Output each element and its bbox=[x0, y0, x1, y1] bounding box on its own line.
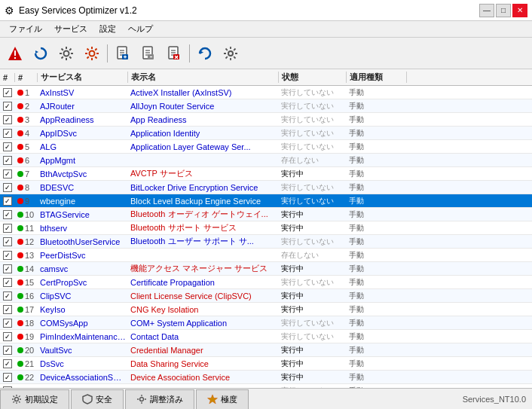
doc3-button[interactable] bbox=[162, 41, 186, 66]
table-row[interactable]: 1 AxInstSV ActiveX Installer (AxInstSV) … bbox=[0, 86, 532, 99]
title-bar-controls: — □ ✕ bbox=[479, 4, 527, 17]
settings-button[interactable] bbox=[54, 41, 78, 66]
status-text: 実行していない bbox=[279, 331, 347, 342]
service-name: PeerDistSvc bbox=[38, 251, 128, 260]
row-number: 7 bbox=[15, 169, 38, 179]
minimize-button[interactable]: — bbox=[479, 4, 494, 17]
type-text: 手動 bbox=[347, 182, 407, 193]
table-row[interactable]: 8 BDESVC BitLocker Drive Encryption Serv… bbox=[0, 181, 532, 194]
table-body[interactable]: 1 AxInstSV ActiveX Installer (AxInstSV) … bbox=[0, 86, 532, 388]
table-row[interactable]: 20 VaultSvc Credential Manager 実行中 手動 bbox=[0, 343, 532, 357]
display-name: BitLocker Drive Encryption Service bbox=[128, 183, 279, 192]
tab-safe[interactable]: 安全 bbox=[71, 389, 124, 409]
checkbox[interactable] bbox=[3, 386, 12, 389]
tab-extreme[interactable]: 極度 bbox=[196, 389, 249, 409]
table-row[interactable]: 21 DsSvc Data Sharing Service 実行中 手動 bbox=[0, 357, 532, 371]
checkbox[interactable] bbox=[3, 156, 12, 165]
checkbox[interactable] bbox=[3, 142, 12, 151]
stop-button[interactable] bbox=[3, 41, 27, 66]
checkbox[interactable] bbox=[3, 251, 12, 260]
display-name: Client License Service (ClipSVC) bbox=[128, 291, 279, 301]
table-row[interactable]: 9 wbengine Block Level Backup Engine Ser… bbox=[0, 194, 532, 208]
doc1-button[interactable] bbox=[111, 41, 135, 66]
table-row[interactable]: 15 CertPropSvc Certificate Propagation 実… bbox=[0, 276, 532, 289]
svg-point-28 bbox=[228, 51, 233, 56]
checkbox[interactable] bbox=[3, 319, 12, 328]
table-row[interactable]: 14 camsvc 機能アクセス マネージャー サービス 実行中 手動 bbox=[0, 262, 532, 276]
display-name: Application Layer Gateway Ser... bbox=[128, 142, 279, 151]
table-row[interactable]: 11 bthserv Bluetooth サポート サービス 実行中 手動 bbox=[0, 221, 532, 235]
status-text: 実行していない bbox=[279, 114, 347, 125]
service-name: VaultSvc bbox=[38, 346, 128, 355]
menu-settings[interactable]: 設定 bbox=[93, 22, 122, 36]
checkbox[interactable] bbox=[3, 88, 12, 97]
refresh2-button[interactable] bbox=[193, 41, 217, 66]
display-name: Block Level Backup Engine Service bbox=[128, 197, 279, 206]
checkbox[interactable] bbox=[3, 332, 12, 341]
checkbox[interactable] bbox=[3, 278, 12, 287]
checkbox[interactable] bbox=[3, 346, 12, 355]
checkbox[interactable] bbox=[3, 237, 12, 246]
refresh2-icon bbox=[197, 45, 213, 62]
main-area: # # サービス名 表示名 状態 適用種類 1 AxInstSV ActiveX… bbox=[0, 69, 532, 388]
status-text: 実行中 bbox=[279, 291, 347, 301]
display-name: AVCTP サービス bbox=[128, 168, 279, 179]
checkbox[interactable] bbox=[3, 183, 12, 192]
table-row[interactable]: 22 DeviceAssociationService Device Assoc… bbox=[0, 371, 532, 384]
menu-service[interactable]: サービス bbox=[48, 22, 93, 36]
checkbox[interactable] bbox=[3, 210, 12, 219]
status-text: 実行中 bbox=[279, 372, 347, 383]
table-row[interactable]: 19 PimIndexMaintenanceSvc Contact Data 実… bbox=[0, 330, 532, 343]
table-row[interactable]: 17 KeyIso CNG Key Isolation 実行中 手動 bbox=[0, 303, 532, 316]
table-row[interactable]: 23 DeviceInstall Device Install Service … bbox=[0, 384, 532, 388]
gear-button[interactable] bbox=[219, 41, 243, 66]
checkbox[interactable] bbox=[3, 169, 12, 179]
checkbox[interactable] bbox=[3, 291, 12, 301]
display-name: Data Sharing Service bbox=[128, 359, 279, 368]
service-name: CertPropSvc bbox=[38, 278, 128, 287]
checkbox[interactable] bbox=[3, 102, 12, 111]
service-name: DsSvc bbox=[38, 359, 128, 368]
tab-initial-settings[interactable]: 初期設定 bbox=[0, 389, 69, 409]
table-row[interactable]: 13 PeerDistSvc 存在しない 手動 bbox=[0, 249, 532, 262]
tab-adjusted[interactable]: 調整済み bbox=[125, 389, 194, 409]
checkbox[interactable] bbox=[3, 264, 12, 273]
row-number: 21 bbox=[15, 359, 38, 368]
settings2-button[interactable] bbox=[80, 41, 104, 66]
checkbox[interactable] bbox=[3, 305, 12, 314]
col-header-status: 状態 bbox=[279, 72, 347, 83]
tab-safe-label: 安全 bbox=[96, 394, 112, 405]
close-button[interactable]: ✕ bbox=[512, 4, 527, 17]
checkbox[interactable] bbox=[3, 129, 12, 138]
table-row[interactable]: 12 BluetoothUserService Bluetooth ユーザー サ… bbox=[0, 235, 532, 249]
title-bar: ⚙ Easy Services Optimizer v1.2 — □ ✕ bbox=[0, 0, 532, 21]
checkbox[interactable] bbox=[3, 359, 12, 368]
table-row[interactable]: 6 AppMgmt 存在しない 手動 bbox=[0, 154, 532, 167]
table-row[interactable]: 18 COMSysApp COM+ System Application 実行し… bbox=[0, 316, 532, 330]
maximize-button[interactable]: □ bbox=[496, 4, 511, 17]
checkbox[interactable] bbox=[3, 115, 12, 124]
table-row[interactable]: 7 BthAvctpSvc AVCTP サービス 実行中 手動 bbox=[0, 167, 532, 181]
service-name: AxInstSV bbox=[38, 88, 128, 97]
type-text: 手動 bbox=[347, 304, 407, 315]
checkbox[interactable] bbox=[3, 224, 12, 233]
type-text: 手動 bbox=[347, 291, 407, 301]
table-row[interactable]: 3 AppReadiness App Readiness 実行していない 手動 bbox=[0, 113, 532, 127]
menu-file[interactable]: ファイル bbox=[3, 22, 48, 36]
refresh-button[interactable] bbox=[29, 41, 53, 66]
status-text: 実行中 bbox=[279, 223, 347, 233]
table-row[interactable]: 10 BTAGService Bluetooth オーディオ ゲートウェイ...… bbox=[0, 208, 532, 221]
status-text: 存在しない bbox=[279, 155, 347, 166]
table-row[interactable]: 2 AJRouter AllJoyn Router Service 実行していな… bbox=[0, 99, 532, 113]
doc2-button[interactable] bbox=[136, 41, 161, 66]
menu-help[interactable]: ヘルプ bbox=[122, 22, 159, 36]
row-number: 13 bbox=[15, 251, 38, 260]
checkbox[interactable] bbox=[3, 373, 12, 382]
table-row[interactable]: 4 AppIDSvc Application Identity 実行していない … bbox=[0, 127, 532, 140]
checkbox[interactable] bbox=[3, 197, 12, 206]
table-header: # # サービス名 表示名 状態 適用種類 bbox=[0, 69, 532, 86]
table-row[interactable]: 16 ClipSVC Client License Service (ClipS… bbox=[0, 289, 532, 303]
service-name: AppReadiness bbox=[38, 115, 128, 124]
table-row[interactable]: 5 ALG Application Layer Gateway Ser... 実… bbox=[0, 140, 532, 154]
type-text: 手動 bbox=[347, 264, 407, 274]
